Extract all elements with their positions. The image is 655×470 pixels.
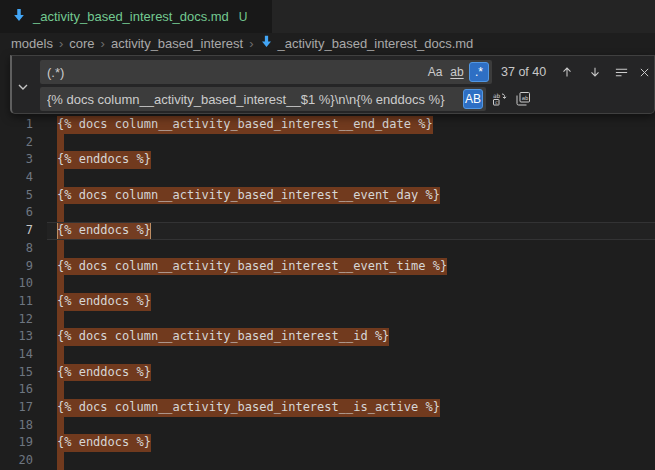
editor-tab[interactable]: _activity_based_interest_docs.md U xyxy=(0,0,272,33)
line-number[interactable]: 9 xyxy=(0,258,33,276)
code-line[interactable]: 7{% enddocs %} xyxy=(0,222,655,240)
editor-lines: 1{% docs column__activity_based_interest… xyxy=(0,116,655,470)
line-number[interactable]: 7 xyxy=(0,222,33,240)
line-content: {% enddocs %} xyxy=(33,222,151,240)
line-content: {% enddocs %} xyxy=(33,151,151,169)
git-status-badge: U xyxy=(239,10,248,24)
code-line[interactable]: 20 xyxy=(0,452,655,470)
find-match-current: {% enddocs %} xyxy=(57,222,151,240)
tab-bar: _activity_based_interest_docs.md U xyxy=(0,0,655,33)
markdown-file-icon xyxy=(12,8,26,26)
find-match: {% docs column__activity_based_interest_… xyxy=(57,399,440,417)
line-number[interactable]: 2 xyxy=(0,134,33,152)
line-number[interactable]: 10 xyxy=(0,275,33,293)
previous-match-arrow-up-icon[interactable] xyxy=(557,62,577,82)
find-match: {% enddocs %} xyxy=(57,434,151,452)
find-match-newline xyxy=(57,311,64,329)
find-match: {% enddocs %} xyxy=(57,364,151,382)
find-match: {% docs column__activity_based_interest_… xyxy=(57,116,433,134)
line-number[interactable]: 4 xyxy=(0,169,33,187)
code-line[interactable]: 9{% docs column__activity_based_interest… xyxy=(0,258,655,276)
code-line[interactable]: 2 xyxy=(0,134,655,152)
replace-input[interactable] xyxy=(40,87,486,111)
line-number[interactable]: 13 xyxy=(0,328,33,346)
match-case-button[interactable]: Aa xyxy=(425,62,445,82)
breadcrumb-item-activity-based-interest[interactable]: activity_based_interest xyxy=(111,36,243,51)
find-match-newline xyxy=(57,134,64,152)
line-content xyxy=(33,311,64,329)
line-number[interactable]: 11 xyxy=(0,293,33,311)
line-number[interactable]: 8 xyxy=(0,240,33,258)
line-content: {% docs column__activity_based_interest_… xyxy=(33,328,389,346)
replace-options: AB xyxy=(463,89,483,109)
line-content xyxy=(33,204,64,222)
code-line[interactable]: 19{% enddocs %} xyxy=(0,434,655,452)
code-line[interactable]: 3{% enddocs %} xyxy=(0,151,655,169)
line-content: {% enddocs %} xyxy=(33,293,151,311)
find-match: {% docs column__activity_based_interest_… xyxy=(57,187,440,205)
find-match: {% docs column__activity_based_interest_… xyxy=(57,328,389,346)
line-content xyxy=(33,452,64,470)
find-match-newline xyxy=(57,240,64,258)
line-number[interactable]: 20 xyxy=(0,452,33,470)
line-number[interactable]: 18 xyxy=(0,417,33,435)
svg-text:ab: ab xyxy=(493,92,501,99)
line-content xyxy=(33,346,64,364)
code-line[interactable]: 18 xyxy=(0,417,655,435)
code-line[interactable]: 14 xyxy=(0,346,655,364)
code-line[interactable]: 6 xyxy=(0,204,655,222)
breadcrumb-item-core[interactable]: core xyxy=(69,36,94,51)
code-line[interactable]: 12 xyxy=(0,311,655,329)
svg-text:c: c xyxy=(495,99,498,105)
code-line[interactable]: 16 xyxy=(0,381,655,399)
code-line[interactable]: 4 xyxy=(0,169,655,187)
next-match-arrow-down-icon[interactable] xyxy=(585,62,605,82)
line-number[interactable]: 15 xyxy=(0,364,33,382)
line-number[interactable]: 16 xyxy=(0,381,33,399)
regex-button[interactable]: .* xyxy=(469,62,489,82)
line-number[interactable]: 14 xyxy=(0,346,33,364)
code-line[interactable]: 17{% docs column__activity_based_interes… xyxy=(0,399,655,417)
find-match: {% docs column__activity_based_interest_… xyxy=(57,258,447,276)
line-content xyxy=(33,417,64,435)
line-number[interactable]: 6 xyxy=(0,204,33,222)
line-content xyxy=(33,381,64,399)
breadcrumb-item-file[interactable]: _activity_based_interest_docs.md xyxy=(260,35,474,51)
line-number[interactable]: 12 xyxy=(0,311,33,329)
line-number[interactable]: 17 xyxy=(0,399,33,417)
line-number[interactable]: 19 xyxy=(0,434,33,452)
replace-row: AB xyxy=(40,87,486,111)
line-content: {% enddocs %} xyxy=(33,364,151,382)
line-number[interactable]: 3 xyxy=(0,151,33,169)
preserve-case-button[interactable]: AB xyxy=(463,89,483,109)
find-in-selection-icon[interactable] xyxy=(611,62,631,82)
line-content xyxy=(33,240,64,258)
line-content: {% docs column__activity_based_interest_… xyxy=(33,187,440,205)
code-line[interactable]: 11{% enddocs %} xyxy=(0,293,655,311)
breadcrumb-separator: › xyxy=(101,36,105,51)
code-line[interactable]: 5{% docs column__activity_based_interest… xyxy=(0,187,655,205)
code-line[interactable]: 15{% enddocs %} xyxy=(0,364,655,382)
line-number[interactable]: 1 xyxy=(0,116,33,134)
whole-word-button[interactable]: ab xyxy=(447,62,467,82)
code-editor[interactable]: 1{% docs column__activity_based_interest… xyxy=(0,52,655,470)
find-match-newline xyxy=(57,417,64,435)
replace-all-icon[interactable]: ab xyxy=(513,89,533,109)
replace-one-icon[interactable]: ab c xyxy=(489,89,509,109)
breadcrumb-item-models[interactable]: models xyxy=(11,36,53,51)
line-content: {% docs column__activity_based_interest_… xyxy=(33,258,447,276)
close-find-widget-icon[interactable] xyxy=(634,62,654,82)
line-content xyxy=(33,275,64,293)
code-line[interactable]: 1{% docs column__activity_based_interest… xyxy=(0,116,655,134)
toggle-replace-chevron-down-icon[interactable] xyxy=(15,79,31,95)
svg-text:ab: ab xyxy=(522,95,529,101)
line-number[interactable]: 5 xyxy=(0,187,33,205)
code-line[interactable]: 8 xyxy=(0,240,655,258)
breadcrumb-filename: _activity_based_interest_docs.md xyxy=(278,36,474,51)
line-content: {% docs column__activity_based_interest_… xyxy=(33,399,440,417)
find-match: {% enddocs %} xyxy=(57,151,151,169)
find-match-newline xyxy=(57,204,64,222)
code-line[interactable]: 10 xyxy=(0,275,655,293)
code-line[interactable]: 13{% docs column__activity_based_interes… xyxy=(0,328,655,346)
tab-filename: _activity_based_interest_docs.md xyxy=(33,9,229,24)
